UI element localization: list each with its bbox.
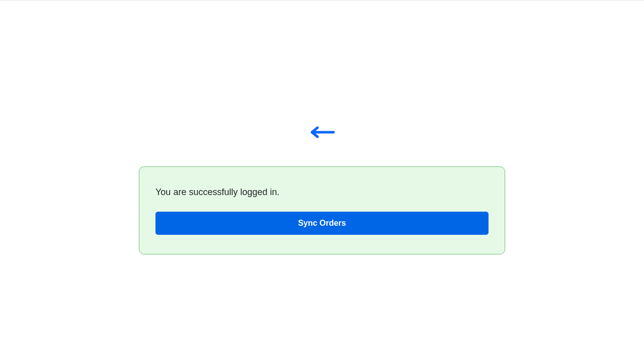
success-card: You are successfully logged in. Sync Ord… [139,166,505,254]
status-message: You are successfully logged in. [155,187,489,198]
main-container: You are successfully logged in. Sync Ord… [0,1,644,254]
sync-orders-button[interactable]: Sync Orders [155,212,489,235]
back-arrow-icon[interactable] [309,126,335,140]
